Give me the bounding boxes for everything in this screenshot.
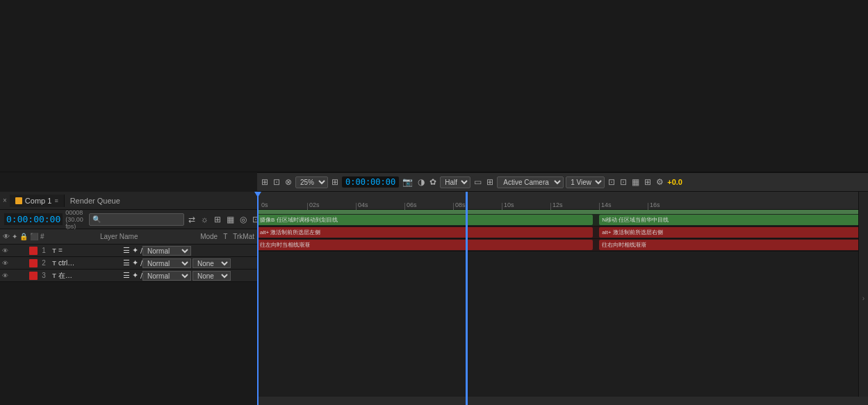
- track-row-3[interactable]: 往左向时当相线渐渐 往右向时相线渐渐: [257, 239, 868, 251]
- timeline-tracks: 摄像B 任区域时调移动到划目线 N移动 任区域当前华中目线 alt+ 激活制前所…: [257, 214, 868, 405]
- view-select[interactable]: 1 View: [566, 176, 605, 188]
- layer-color-3: [29, 272, 38, 280]
- lock-header-icon: 🔒: [19, 233, 28, 240]
- timeline-tool-3[interactable]: ⊞: [213, 215, 222, 224]
- search-input[interactable]: [89, 213, 184, 226]
- layer-type-2: T: [50, 260, 58, 267]
- expand-3[interactable]: ☰: [123, 271, 130, 280]
- comp-tabs: × Comp 1 ≡ Render Queue: [0, 192, 257, 210]
- timeline-timecode[interactable]: 0:00:00:00: [4, 213, 63, 225]
- layer-row-2: 👁 2 T ctrl+shift+D ☰ ✦ / Normal None: [0, 257, 257, 270]
- ruler-mark-8: 16s: [650, 201, 660, 208]
- expand-1[interactable]: ☰: [123, 246, 130, 255]
- mode-select-1[interactable]: Normal: [142, 246, 191, 256]
- layout-icon-3[interactable]: ▦: [630, 177, 641, 187]
- comp1-tab[interactable]: Comp 1 ≡: [10, 195, 65, 207]
- track-bar-3a-text: 往左向时当相线渐渐: [257, 241, 313, 249]
- screen-icon[interactable]: ▭: [473, 177, 483, 187]
- render-queue-tab[interactable]: Render Queue: [65, 195, 126, 207]
- zoom-select[interactable]: 25%: [295, 176, 328, 188]
- vis-btn-2[interactable]: 👁: [0, 258, 10, 268]
- color-icon[interactable]: ◑: [416, 177, 426, 187]
- camera-icon[interactable]: 📷: [401, 177, 414, 187]
- camera-select[interactable]: Active Camera: [497, 176, 564, 188]
- grid-icon[interactable]: ⊞: [485, 177, 495, 187]
- solo-btn-2[interactable]: [10, 258, 19, 268]
- eye-header-icon: 👁: [3, 233, 10, 240]
- track-bar-2a[interactable]: alt+ 激活制前所选层左侧: [257, 227, 593, 238]
- settings-icon[interactable]: ⚙: [655, 177, 665, 187]
- layer-num-1: 1: [38, 247, 50, 254]
- solo-header-icon: ✦: [12, 233, 17, 240]
- timeline-tool-2[interactable]: ☼: [199, 215, 210, 224]
- offset-display: +0.0: [667, 178, 682, 186]
- viewer-icon-3[interactable]: ⊗: [284, 177, 293, 187]
- num-header: #: [40, 233, 44, 240]
- layout-icon-4[interactable]: ⊞: [643, 177, 653, 187]
- layer-name-header: Layer Name: [72, 233, 171, 240]
- star-3[interactable]: ✦: [132, 271, 138, 280]
- timeline-tool-5[interactable]: ◎: [238, 215, 248, 224]
- layer-solo-3: ☰ ✦ /: [76, 271, 142, 280]
- track-bar-2b[interactable]: alt+ 激活制前所选层右侧: [599, 227, 862, 238]
- playhead[interactable]: [257, 192, 259, 405]
- track-bar-1a[interactable]: 摄像B 任区域时调移动到划目线: [257, 215, 593, 225]
- star-1[interactable]: ✦: [132, 246, 138, 255]
- layer-mode-1: Normal: [142, 246, 257, 256]
- expand-panel-btn[interactable]: ›: [858, 192, 868, 405]
- quality-select[interactable]: Half: [440, 176, 470, 188]
- viewer-icon-1[interactable]: ⊞: [260, 177, 270, 187]
- flower-icon[interactable]: ✿: [428, 177, 438, 187]
- star-2[interactable]: ✦: [132, 258, 138, 267]
- timeline-tool-1[interactable]: ⇄: [187, 215, 197, 224]
- lock-btn-3[interactable]: [19, 271, 29, 281]
- layout-icon-2[interactable]: ⊡: [619, 177, 628, 187]
- layer-color-1: [29, 247, 38, 255]
- fit-icon[interactable]: ⊞: [330, 177, 340, 187]
- lock-btn-2[interactable]: [19, 258, 29, 268]
- viewer-toolbar: ⊞ ⊡ ⊗ 25% ⊞ 0:00:00:00 📷 ◑ ✿ Half ▭ ⊞ Ac…: [257, 172, 868, 192]
- timeline-scrollbar[interactable]: [257, 397, 868, 405]
- mode-col-header: Mode: [200, 233, 218, 240]
- layout-icon-1[interactable]: ⊡: [607, 177, 616, 187]
- solo-btn-3[interactable]: [10, 271, 19, 281]
- tab-close-btn[interactable]: ×: [0, 197, 10, 204]
- timeline-area: 0s 02s 04s 06s 08s 10s 12s 14s 16s 摄像B 任…: [257, 192, 868, 405]
- layer-solo-2: ☰ ✦ /: [76, 258, 142, 267]
- solo-btn-1[interactable]: [10, 246, 19, 256]
- ruler-mark-2: 04s: [358, 201, 368, 208]
- track-bar-3a[interactable]: 往左向时当相线渐渐: [257, 240, 593, 250]
- viewer-icon-2[interactable]: ⊡: [272, 177, 281, 187]
- timeline-tool-4[interactable]: ▦: [225, 215, 236, 224]
- lock-btn-1[interactable]: [19, 246, 29, 256]
- layer-name-2[interactable]: ctrl+shift+D: [58, 259, 76, 267]
- layer-header-right: Mode T TrkMat: [171, 233, 254, 240]
- layer-type-1: T: [50, 247, 58, 254]
- header-icons: 👁 ✦ 🔒 ⬛ #: [3, 233, 72, 240]
- track-bar-3b-text: 往右向时相线渐渐: [599, 241, 649, 249]
- expand-2[interactable]: ☰: [123, 258, 130, 267]
- track-bar-3b[interactable]: 往右向时相线渐渐: [599, 240, 862, 250]
- viewer-timecode[interactable]: 0:00:00:00: [342, 176, 399, 188]
- trkmat-select-2[interactable]: None: [193, 258, 231, 268]
- vis-btn-1[interactable]: 👁: [0, 246, 10, 256]
- timeline-ruler[interactable]: 0s 02s 04s 06s 08s 10s 12s 14s 16s: [257, 192, 868, 210]
- layer-row-1: 👁 1 T = ☰ ✦ / Normal: [0, 245, 257, 257]
- layer-row-3: 👁 3 T 在当前时间线切割层 ☰ ✦ / Normal None: [0, 270, 257, 282]
- track-bar-1b[interactable]: N移动 任区域当前华中目线: [599, 215, 862, 225]
- tab-color: [15, 197, 22, 204]
- track-row-1[interactable]: 摄像B 任区域时调移动到划目线 N移动 任区域当前华中目线: [257, 214, 868, 226]
- layer-name-3[interactable]: 在当前时间线切割层: [58, 271, 76, 281]
- timeline-controls: 0:00:00:00 00008 (30.00 fps) ⇄ ☼ ⊞ ▦ ◎ ⊡: [0, 210, 257, 229]
- mode-select-3[interactable]: Normal: [142, 271, 191, 281]
- tab-menu-icon[interactable]: ≡: [54, 197, 58, 204]
- trkmat-select-3[interactable]: None: [193, 271, 231, 281]
- layer-num-2: 2: [38, 259, 50, 267]
- mode-select-2[interactable]: Normal: [142, 258, 191, 268]
- layer-name-1[interactable]: =: [58, 247, 76, 254]
- track-row-2[interactable]: alt+ 激活制前所选层左侧 alt+ 激活制前所选层右侧: [257, 226, 868, 239]
- track-bar-1b-text: N移动 任区域当前华中目线: [599, 216, 671, 224]
- layer-mode-2: Normal None: [142, 258, 257, 268]
- ruler-mark-3: 06s: [407, 201, 417, 208]
- vis-btn-3[interactable]: 👁: [0, 271, 10, 281]
